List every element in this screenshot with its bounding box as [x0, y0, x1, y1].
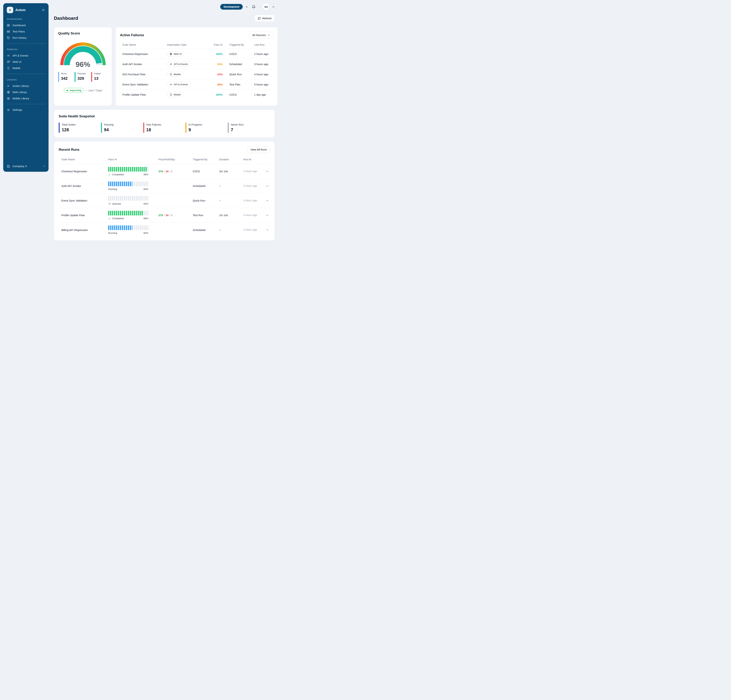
sidebar-item-label: Mobile Library	[12, 97, 29, 100]
code-icon	[7, 54, 10, 57]
sidebar-item-action-library[interactable]: Action Library	[3, 83, 48, 89]
runs-stat: Runs342	[58, 72, 75, 82]
chevron-down-icon[interactable]	[266, 199, 270, 202]
failure-row[interactable]: iOS Purchase Flow Mobile 23% Quick Run 4…	[120, 69, 273, 79]
brand: Autom	[7, 7, 42, 13]
stat-bar	[75, 72, 75, 82]
stat-bar	[59, 123, 60, 133]
sidebar-item-test-plans[interactable]: Test Plans	[3, 28, 48, 35]
active-failures-title: Active Failures	[120, 33, 144, 37]
passing-stat: Passing94	[101, 123, 143, 133]
sidebar-item-label: Run History	[12, 36, 26, 39]
avatar[interactable]: AU	[263, 4, 269, 10]
sidebar-item-api-events[interactable]: API & Events	[3, 53, 48, 59]
never-run-stat: Never Run7	[228, 123, 270, 133]
chevron-down-icon[interactable]	[266, 214, 270, 217]
active-failures-card: Active Failures All Sources Suite Name A…	[116, 27, 278, 106]
mobile-phone-icon	[170, 73, 172, 76]
failure-row[interactable]: Profile Update Flow Mobile 100% CI/CD 1 …	[120, 89, 273, 100]
triangle-up-icon	[66, 89, 68, 91]
sidebar-item-run-history[interactable]: Run History	[3, 35, 48, 41]
total-suites-stat: Total Suites128	[59, 123, 101, 133]
run-row[interactable]: Checkout Regression Completed96% 278/14/…	[59, 164, 270, 179]
sidebar-item-label: Web UI	[12, 60, 21, 63]
page-title: Dashboard	[54, 16, 78, 21]
code-icon	[170, 63, 172, 66]
stat-bar	[185, 123, 186, 133]
failure-row[interactable]: Checkout Regression Web UI 100% CI/CD 2 …	[120, 49, 273, 59]
quality-score-card: Quality Score	[54, 27, 112, 106]
check-icon	[108, 217, 111, 220]
stat-bar	[228, 123, 229, 133]
play-icon	[7, 84, 10, 88]
org-label: Company X	[12, 165, 27, 168]
automation-type-badge: Mobile	[167, 92, 183, 97]
nav-section-label: Orchestration	[3, 18, 48, 21]
brand-name: Autom	[15, 8, 25, 12]
recent-runs-title: Recent Runs	[59, 148, 79, 152]
run-progress: Completed96%	[108, 167, 159, 176]
chevron-down-icon	[267, 34, 270, 37]
failure-row[interactable]: Event Sync Validation API & Events 46% T…	[120, 79, 273, 89]
building-icon	[7, 164, 10, 168]
mobile-phone-icon	[170, 93, 172, 96]
suite-health-card: Suite Health Snapshot Total Suites128 Pa…	[54, 110, 275, 138]
history-icon	[7, 36, 10, 40]
stat-bar	[58, 72, 59, 82]
quality-score-title: Quality Score	[58, 31, 108, 35]
nav-section-label: Platforms	[3, 48, 48, 51]
server-stack-icon	[7, 30, 10, 33]
automation-type-badge: API & Events	[167, 82, 191, 87]
globe-icon	[7, 91, 10, 94]
sidebar-item-label: Test Plans	[12, 30, 25, 33]
sidebar-collapse-icon[interactable]	[42, 8, 46, 12]
main-content: Development AU Dashboard Refresh Quality…	[54, 0, 280, 251]
separator-dot	[86, 90, 87, 91]
sidebar-item-mobile-library[interactable]: Mobile Library	[3, 95, 48, 101]
all-sources-select[interactable]: All Sources	[249, 32, 273, 38]
run-row[interactable]: Auth API Smoke Running60% Scheduled -- 3…	[59, 179, 270, 193]
user-menu-chevron-down-icon[interactable]	[272, 5, 275, 8]
run-progress: Running60%	[108, 182, 159, 190]
pass-fail-skip: 278/14/2	[159, 214, 193, 217]
mobile-phone-icon	[7, 66, 10, 70]
sidebar-item-label: Web Library	[12, 91, 27, 94]
sidebar-item-web-library[interactable]: Web Library	[3, 89, 48, 95]
trend-badge: Improving	[64, 88, 84, 93]
environment-badge[interactable]: Development	[220, 4, 243, 10]
chevron-down-icon[interactable]	[266, 170, 270, 173]
sidebar-item-web-ui[interactable]: Web UI	[3, 59, 48, 65]
grid-icon	[7, 24, 10, 27]
run-row[interactable]: Event Sync Validation Queued00% Quick Ru…	[59, 193, 270, 208]
clock-icon	[108, 202, 111, 205]
sidebar-item-label: Dashboard	[12, 24, 25, 27]
check-icon	[108, 173, 111, 176]
chevron-down-icon[interactable]	[266, 228, 270, 231]
bell-icon[interactable]	[252, 5, 255, 9]
sidebar-item-mobile[interactable]: Mobile	[3, 65, 48, 71]
run-progress: Running60%	[108, 226, 159, 234]
view-all-runs-button[interactable]: View All Runs	[247, 146, 270, 153]
run-row[interactable]: Billing API Regression Running60% Schedu…	[59, 223, 270, 237]
org-switcher[interactable]: Company X	[7, 164, 46, 168]
browser-windows-icon	[7, 60, 10, 63]
gear-icon	[7, 108, 10, 111]
environment-chevron-down-icon[interactable]	[245, 5, 248, 8]
automation-type-badge: Mobile	[167, 72, 183, 77]
nav-section-label: Libraries	[3, 79, 48, 81]
recent-runs-table-header: Suite Name Pass % Pass/Fail/Skip Trigger…	[59, 155, 270, 164]
code-icon	[170, 83, 172, 86]
sidebar-item-settings[interactable]: Settings	[3, 107, 48, 113]
pass-fail-skip: 278/14/2	[159, 170, 193, 173]
sidebar-item-label: Action Library	[12, 84, 29, 87]
stat-bar	[143, 123, 144, 133]
refresh-button[interactable]: Refresh	[254, 15, 275, 22]
sidebar-divider	[6, 43, 46, 44]
passed-stat: Passed329	[75, 72, 91, 82]
failure-row[interactable]: Auth API Smoke API & Events 56% Schedule…	[120, 59, 273, 69]
chevron-down-icon[interactable]	[266, 185, 270, 187]
sidebar-item-dashboard[interactable]: Dashboard	[3, 22, 48, 28]
run-row[interactable]: Profile Update Flow Completed88% 278/14/…	[59, 208, 270, 223]
failures-table-header: Suite Name Automation Type Pass % Trigge…	[120, 41, 273, 49]
sidebar-item-label: Settings	[12, 108, 22, 111]
